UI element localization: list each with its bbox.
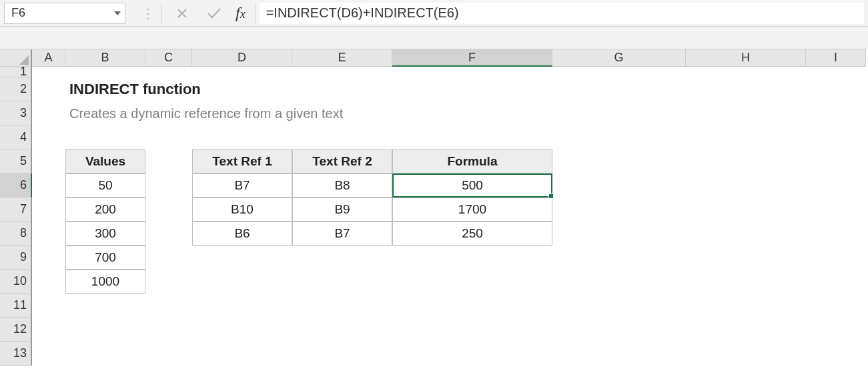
values-header[interactable]: Values [65,149,145,173]
enter-button[interactable] [198,3,230,24]
row-header-8[interactable]: 8 [0,222,32,246]
chevron-down-icon [114,11,121,15]
column-header-B[interactable]: B [65,49,145,67]
cell-grid[interactable]: INDIRECT functionCreates a dynamic refer… [32,67,866,366]
values-cell[interactable]: 1000 [65,270,145,294]
name-box[interactable]: F6 [4,3,125,24]
formula-cell[interactable]: 500 [392,173,552,198]
column-header-F[interactable]: F [392,49,552,67]
formula-header[interactable]: Formula [392,149,552,173]
row-header-2[interactable]: 2 [0,77,32,101]
check-icon [207,7,222,19]
fx-icon[interactable]: fx [230,4,251,22]
column-header-E[interactable]: E [292,49,392,67]
row-header-4[interactable]: 4 [0,125,32,149]
ref2-cell[interactable]: B8 [292,173,392,198]
values-cell[interactable]: 50 [65,173,145,198]
row-header-11[interactable]: 11 [0,294,32,318]
spreadsheet: ABCDEFGHI 12345678910111213 INDIRECT fun… [0,49,868,366]
row-header-6[interactable]: 6 [0,173,32,198]
ref2-cell[interactable]: B9 [292,198,392,222]
name-box-value: F6 [11,6,25,20]
row-header-12[interactable]: 12 [0,318,32,342]
row-headers: 12345678910111213 [0,67,32,366]
ref1-cell[interactable]: B7 [192,173,292,198]
column-header-I[interactable]: I [806,49,866,67]
column-header-H[interactable]: H [686,49,806,67]
formula-cell[interactable]: 1700 [392,198,552,222]
column-header-A[interactable]: A [32,49,65,67]
values-cell[interactable]: 700 [65,246,145,270]
ribbon-strip [0,27,868,49]
formula-bar: F6 ⋮ fx [0,0,868,27]
row-header-13[interactable]: 13 [0,342,32,366]
row-header-9[interactable]: 9 [0,246,32,270]
select-all-corner[interactable] [0,49,32,67]
column-header-C[interactable]: C [145,49,192,67]
values-cell[interactable]: 300 [65,222,145,246]
ref2-header[interactable]: Text Ref 2 [292,149,392,173]
row-header-10[interactable]: 10 [0,270,32,294]
values-cell[interactable]: 200 [65,198,145,222]
column-header-D[interactable]: D [192,49,292,67]
title-cell[interactable]: INDIRECT function [65,77,552,101]
ref1-header[interactable]: Text Ref 1 [192,149,292,173]
vertical-dots-icon: ⋮ [139,11,157,15]
row-header-1[interactable]: 1 [0,67,32,77]
subtitle-cell[interactable]: Creates a dynamic reference from a given… [65,101,686,125]
x-icon [176,7,188,19]
formula-input[interactable] [260,3,864,24]
ref1-cell[interactable]: B10 [192,198,292,222]
column-header-G[interactable]: G [552,49,686,67]
row-header-7[interactable]: 7 [0,198,32,222]
ref1-cell[interactable]: B6 [192,222,292,246]
ref2-cell[interactable]: B7 [292,222,392,246]
column-headers: ABCDEFGHI [0,49,866,67]
cancel-button[interactable] [166,3,198,24]
formula-cell[interactable]: 250 [392,222,552,246]
row-header-5[interactable]: 5 [0,149,32,173]
row-header-3[interactable]: 3 [0,101,32,125]
